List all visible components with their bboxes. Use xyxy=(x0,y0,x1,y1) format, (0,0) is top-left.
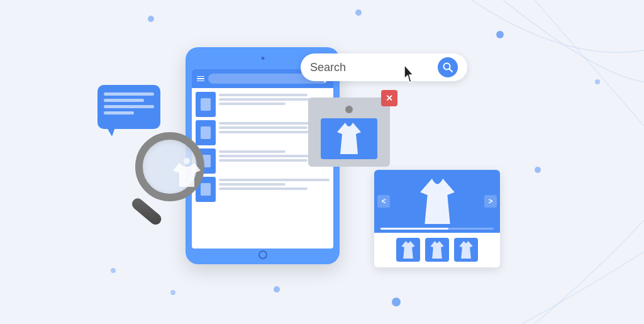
search-button[interactable] xyxy=(438,57,458,77)
carousel-thumbnails xyxy=(374,233,500,267)
magnifier xyxy=(123,132,223,233)
svg-point-6 xyxy=(111,268,116,273)
svg-point-7 xyxy=(170,290,175,295)
carousel-arrow-right[interactable]: > xyxy=(484,195,497,208)
svg-point-1 xyxy=(355,9,362,16)
chat-line-2 xyxy=(104,99,144,102)
magnifier-glass xyxy=(135,132,204,201)
carousel-main-image: < > xyxy=(374,170,500,233)
svg-point-5 xyxy=(392,298,401,306)
cursor-arrow-svg xyxy=(404,65,417,84)
popup-dot xyxy=(345,106,353,113)
carousel-thumb-2[interactable] xyxy=(425,238,449,262)
chevron-right-icon: > xyxy=(488,197,492,206)
search-bar[interactable]: Search xyxy=(301,53,467,81)
svg-point-3 xyxy=(535,167,541,173)
carousel-arrow-left[interactable]: < xyxy=(377,195,390,208)
svg-line-11 xyxy=(450,69,453,72)
carousel-dress-svg xyxy=(420,179,455,224)
popup-image xyxy=(321,118,377,159)
svg-point-0 xyxy=(148,16,154,22)
svg-marker-12 xyxy=(404,65,413,82)
item-thumbnail-1 xyxy=(196,92,216,117)
shirt-svg xyxy=(173,158,201,187)
tablet-top-dot xyxy=(261,57,264,60)
carousel-progress-fill xyxy=(380,228,448,230)
hamburger-line-1 xyxy=(197,76,204,77)
gray-popup: ✕ xyxy=(308,98,390,167)
svg-point-8 xyxy=(595,79,600,84)
search-icon xyxy=(443,62,453,72)
dress-svg xyxy=(337,123,361,154)
carousel-thumb-3[interactable] xyxy=(454,238,478,262)
hamburger-line-3 xyxy=(197,81,204,82)
close-icon: ✕ xyxy=(386,94,393,103)
tablet-bottom-dot xyxy=(258,250,267,259)
close-button[interactable]: ✕ xyxy=(381,90,397,106)
product-carousel: < > xyxy=(374,170,500,267)
carousel-thumb-1[interactable] xyxy=(396,238,420,262)
svg-point-4 xyxy=(274,286,280,293)
hamburger-line-2 xyxy=(197,78,204,79)
carousel-progress-bar xyxy=(380,228,494,230)
chat-line-3 xyxy=(104,105,154,108)
chat-bubble xyxy=(97,85,160,129)
chevron-left-icon: < xyxy=(381,197,386,206)
chat-line-1 xyxy=(104,92,154,96)
svg-point-2 xyxy=(496,31,504,38)
svg-rect-9 xyxy=(184,158,190,164)
chat-bubble-content xyxy=(97,85,160,122)
magnifier-handle xyxy=(130,196,164,227)
chat-line-4 xyxy=(104,111,134,115)
magnifier-shirt-icon xyxy=(169,154,204,191)
hamburger-icon xyxy=(197,76,204,82)
